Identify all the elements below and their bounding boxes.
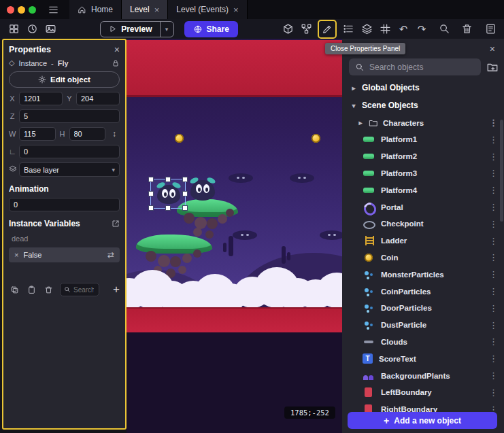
object-row-scoretext[interactable]: T ScoreText ⋮: [342, 350, 504, 367]
objects-search[interactable]: [349, 58, 481, 75]
kebab-menu-icon[interactable]: ⋮: [489, 320, 497, 330]
kebab-menu-icon[interactable]: ⋮: [489, 336, 497, 347]
preview-button[interactable]: Preview: [101, 22, 159, 37]
fly-silhouette-instance[interactable]: [320, 230, 342, 240]
share-button[interactable]: Share: [184, 21, 238, 37]
fly-instance-selected[interactable]: [157, 185, 180, 204]
hamburger-menu-icon[interactable]: [45, 1, 61, 18]
folder-characters[interactable]: ▸ Characters ⋮: [342, 114, 504, 131]
variable-value-row[interactable]: × False ⇄: [9, 247, 120, 262]
pencil-icon[interactable]: [320, 22, 335, 37]
group-global-objects[interactable]: ▸ Global Objects: [342, 79, 504, 97]
selection-handle[interactable]: [166, 177, 170, 181]
kebab-menu-icon[interactable]: ⋮: [489, 118, 497, 128]
object-row-doorparticles[interactable]: DoorParticles ⋮: [342, 300, 504, 317]
x-position-input[interactable]: [19, 92, 63, 105]
paste-icon[interactable]: [26, 285, 37, 294]
angle-input[interactable]: [19, 145, 120, 158]
panels-layout-icon[interactable]: [5, 21, 22, 37]
kebab-menu-icon[interactable]: ⋮: [489, 252, 497, 262]
add-folder-icon[interactable]: [486, 61, 499, 73]
selection-handle[interactable]: [149, 206, 153, 210]
object-row-platform2[interactable]: Platform2 ⋮: [342, 148, 504, 165]
kebab-menu-icon[interactable]: ⋮: [489, 387, 497, 398]
coin-instance[interactable]: [175, 134, 184, 143]
fly-silhouette-instance[interactable]: [233, 230, 257, 240]
object-row-ladder[interactable]: Ladder ⋮: [342, 232, 504, 249]
kebab-menu-icon[interactable]: ⋮: [489, 303, 497, 313]
properties-list-icon[interactable]: [340, 21, 356, 37]
fly-instance[interactable]: [190, 180, 215, 201]
preview-options-button[interactable]: ▾: [160, 22, 173, 37]
close-window-button[interactable]: [7, 6, 14, 14]
kebab-menu-icon[interactable]: ⋮: [489, 202, 497, 212]
coin-instance[interactable]: [312, 134, 320, 143]
edit-object-button[interactable]: Edit object: [9, 71, 120, 88]
objects-search-input[interactable]: [369, 63, 475, 72]
object-row-portal[interactable]: Portal ⋮: [342, 198, 504, 215]
close-icon[interactable]: ×: [490, 44, 495, 54]
layers-icon[interactable]: [358, 21, 375, 37]
lock-aspect-ratio-icon[interactable]: ↕: [109, 129, 120, 139]
tab-home[interactable]: Home: [69, 0, 122, 19]
selection-handle[interactable]: [149, 177, 153, 181]
fullscreen-window-button[interactable]: [29, 6, 36, 14]
delete-icon[interactable]: [458, 21, 475, 37]
selection-handle[interactable]: [149, 192, 153, 196]
variable-name[interactable]: dead: [9, 232, 120, 243]
selection-handle[interactable]: [183, 177, 187, 181]
tab-level-events[interactable]: Level (Events) ×: [168, 0, 247, 19]
object-row-platform3[interactable]: Platform3 ⋮: [342, 165, 504, 182]
height-input[interactable]: [69, 127, 106, 141]
history-icon[interactable]: [24, 21, 40, 37]
z-order-input[interactable]: [19, 109, 120, 123]
kebab-menu-icon[interactable]: ⋮: [489, 135, 497, 145]
trash-icon[interactable]: [43, 285, 54, 294]
width-input[interactable]: [19, 127, 56, 141]
edit-events-icon[interactable]: [482, 21, 499, 37]
kebab-menu-icon[interactable]: ⋮: [489, 353, 497, 364]
add-variable-button[interactable]: +: [113, 283, 120, 296]
group-scene-objects[interactable]: ▾ Scene Objects: [342, 97, 504, 114]
selection-handle[interactable]: [183, 206, 187, 210]
y-position-input[interactable]: [76, 92, 120, 105]
close-icon[interactable]: ×: [154, 5, 160, 14]
fly-silhouette-instance[interactable]: [290, 173, 314, 183]
kebab-menu-icon[interactable]: ⋮: [489, 286, 497, 296]
zoom-icon[interactable]: [436, 21, 452, 37]
selection-handle[interactable]: [183, 192, 187, 196]
object-icon[interactable]: [280, 21, 296, 37]
object-row-dustparticle[interactable]: DustParticle ⋮: [342, 317, 504, 334]
kebab-menu-icon[interactable]: ⋮: [489, 269, 497, 279]
selection-box[interactable]: [150, 179, 186, 209]
variables-search-input[interactable]: [73, 286, 94, 294]
kebab-menu-icon[interactable]: ⋮: [489, 185, 497, 195]
animation-input[interactable]: [9, 198, 120, 211]
grid-icon[interactable]: [377, 21, 393, 37]
kebab-menu-icon[interactable]: ⋮: [489, 370, 497, 381]
object-row-coinparticles[interactable]: CoinParticles ⋮: [342, 283, 504, 300]
copy-icon[interactable]: [9, 285, 20, 294]
fly-silhouette-instance[interactable]: [229, 173, 253, 183]
close-icon[interactable]: ×: [233, 5, 239, 14]
selection-handle[interactable]: [166, 206, 170, 210]
layer-select[interactable]: Base layer ▾: [19, 162, 120, 177]
scrollbar-thumb[interactable]: [500, 120, 503, 222]
kebab-menu-icon[interactable]: ⋮: [489, 152, 497, 162]
redo-icon[interactable]: ↷: [414, 21, 430, 37]
object-row-coin[interactable]: Coin ⋮: [342, 249, 504, 266]
kebab-menu-icon[interactable]: ⋮: [489, 219, 497, 229]
media-library-icon[interactable]: [42, 21, 58, 37]
object-row-backgroundplants[interactable]: BackgroundPlants ⋮: [342, 367, 504, 384]
instances-icon[interactable]: [298, 21, 314, 37]
object-row-platform4[interactable]: Platform4 ⋮: [342, 181, 504, 198]
kebab-menu-icon[interactable]: ⋮: [489, 168, 497, 178]
undo-icon[interactable]: ↶: [395, 21, 411, 37]
add-new-object-button[interactable]: + Add a new object: [348, 412, 497, 429]
swap-value-icon[interactable]: ⇄: [107, 250, 114, 260]
kebab-menu-icon[interactable]: ⋮: [489, 236, 497, 246]
scene-canvas[interactable]: 1785;-252: [127, 39, 342, 433]
lock-icon[interactable]: [112, 59, 120, 67]
close-icon[interactable]: ×: [114, 45, 120, 54]
variables-search[interactable]: [60, 283, 99, 296]
